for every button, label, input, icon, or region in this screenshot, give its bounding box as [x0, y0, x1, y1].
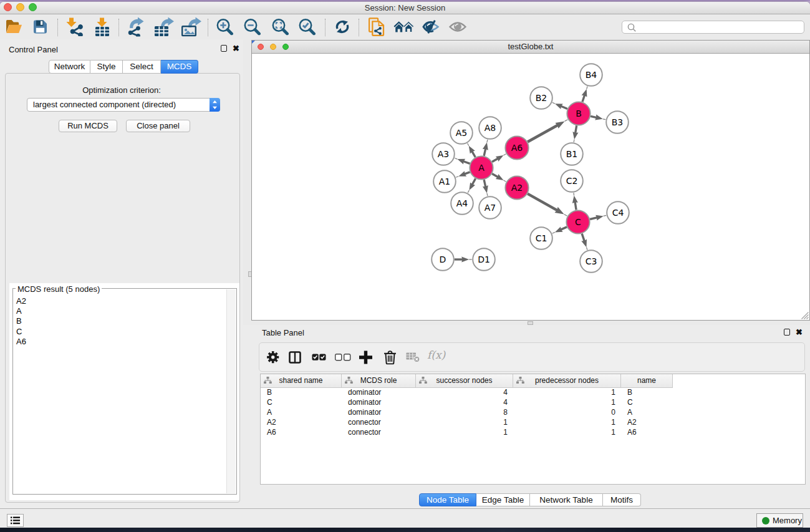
- tab-motifs[interactable]: Motifs: [603, 493, 641, 506]
- graph-edge[interactable]: [492, 158, 498, 162]
- graph-edge[interactable]: [484, 148, 486, 156]
- import-table-icon[interactable]: [94, 17, 111, 36]
- table-cell[interactable]: 4: [416, 397, 513, 407]
- tab-node-table[interactable]: Node Table: [419, 493, 476, 506]
- column-header-successor-nodes[interactable]: successor nodes: [416, 374, 513, 387]
- tab-select[interactable]: Select: [123, 60, 161, 74]
- memory-button[interactable]: Memory: [756, 513, 803, 528]
- run-mcds-button[interactable]: Run MCDS: [59, 120, 117, 132]
- delete-table-icon[interactable]: [406, 352, 420, 362]
- zoom-fit-icon[interactable]: [272, 19, 289, 36]
- open-file-icon[interactable]: [5, 19, 23, 36]
- graph-edge[interactable]: [528, 194, 557, 211]
- float-panel-icon[interactable]: [221, 45, 228, 52]
- hide-eye-icon[interactable]: [422, 20, 440, 34]
- criterion-dropdown[interactable]: largest connected component (directed): [27, 98, 220, 112]
- graph-edge[interactable]: [576, 125, 577, 133]
- table-cell[interactable]: B: [621, 387, 673, 397]
- tab-mcds[interactable]: MCDS: [161, 60, 198, 74]
- horizontal-divider-grip[interactable]: [528, 321, 533, 325]
- deselect-all-icon[interactable]: [335, 354, 351, 361]
- table-cell[interactable]: dominator: [342, 397, 416, 407]
- graph-edge[interactable]: [590, 218, 597, 220]
- graph-edge[interactable]: [561, 227, 567, 230]
- session-network-icon[interactable]: [368, 17, 385, 36]
- table-row[interactable]: A2connector11A2: [261, 417, 805, 427]
- result-item[interactable]: A: [16, 306, 227, 316]
- graph-edge[interactable]: [492, 174, 498, 178]
- import-network-icon[interactable]: [66, 17, 84, 36]
- graph-edge[interactable]: [575, 201, 576, 210]
- zoom-out-icon[interactable]: [244, 19, 261, 36]
- result-item[interactable]: A2: [16, 296, 227, 306]
- table-row[interactable]: Cdominator41C: [261, 397, 805, 407]
- mcds-result-list[interactable]: A2ABCA6: [14, 289, 227, 493]
- close-table-panel-icon[interactable]: ✖: [796, 329, 803, 335]
- select-all-icon[interactable]: [312, 354, 326, 361]
- table-row[interactable]: Adominator80A: [261, 407, 805, 417]
- table-cell[interactable]: 4: [416, 387, 513, 397]
- table-cell[interactable]: dominator: [342, 407, 416, 417]
- column-header-shared-name[interactable]: shared name: [261, 374, 342, 387]
- network-window-titlebar[interactable]: testGlobe.txt: [252, 41, 809, 54]
- network-graph-canvas[interactable]: B4B2BB3A8A5A6A3B1AA1C2A2A4A7C4CC1C3DD1: [252, 54, 810, 320]
- graph-edge[interactable]: [472, 178, 476, 185]
- export-table-icon[interactable]: [154, 17, 174, 37]
- table-cell[interactable]: 1: [513, 427, 621, 437]
- table-cell[interactable]: 0: [513, 407, 621, 417]
- table-cell[interactable]: 1: [416, 427, 513, 437]
- window-titlebar[interactable]: Session: New Session: [0, 2, 810, 14]
- search-input[interactable]: [622, 21, 804, 34]
- table-cell[interactable]: C: [261, 397, 342, 407]
- add-column-icon[interactable]: [359, 350, 373, 364]
- graph-edge[interactable]: [582, 95, 585, 102]
- graph-edge[interactable]: [528, 125, 558, 142]
- graph-edge[interactable]: [472, 151, 476, 157]
- graph-edge[interactable]: [582, 234, 584, 241]
- show-eye-icon[interactable]: [449, 21, 466, 33]
- refresh-icon[interactable]: [335, 21, 349, 34]
- close-panel-button[interactable]: Close panel: [126, 120, 190, 132]
- column-header-MCDS-role[interactable]: MCDS role: [342, 374, 416, 387]
- zoom-in-icon[interactable]: [216, 19, 233, 36]
- result-item[interactable]: C: [16, 327, 227, 337]
- table-cell[interactable]: A6: [621, 427, 673, 437]
- table-cell[interactable]: connector: [342, 427, 416, 437]
- table-cell[interactable]: B: [261, 387, 342, 397]
- save-session-icon[interactable]: [32, 19, 48, 35]
- export-image-icon[interactable]: [181, 17, 201, 37]
- table-cell[interactable]: A: [261, 407, 342, 417]
- float-table-panel-icon[interactable]: [784, 329, 791, 336]
- graph-edge[interactable]: [463, 162, 470, 164]
- table-settings-icon[interactable]: [267, 351, 279, 364]
- tab-edge-table[interactable]: Edge Table: [476, 493, 530, 506]
- column-header-name[interactable]: name: [621, 374, 673, 387]
- table-cell[interactable]: A2: [621, 417, 673, 427]
- column-header-predecessor-nodes[interactable]: predecessor nodes: [513, 374, 621, 387]
- close-panel-icon[interactable]: ✖: [233, 46, 239, 51]
- zoom-selected-icon[interactable]: [299, 19, 316, 36]
- tab-network-table[interactable]: Network Table: [530, 493, 603, 506]
- graph-edge[interactable]: [465, 172, 470, 174]
- table-cell[interactable]: 1: [513, 417, 621, 427]
- graph-edge[interactable]: [561, 106, 567, 109]
- split-table-icon[interactable]: [289, 351, 301, 364]
- table-row[interactable]: A6connector11A6: [261, 427, 805, 437]
- result-scrollbar[interactable]: [226, 289, 236, 493]
- table-cell[interactable]: connector: [342, 417, 416, 427]
- table-cell[interactable]: A6: [261, 427, 342, 437]
- home-icon[interactable]: [393, 21, 414, 33]
- show-panels-list-button[interactable]: [7, 514, 24, 527]
- table-cell[interactable]: A: [621, 407, 673, 417]
- tab-style[interactable]: Style: [90, 60, 123, 74]
- table-cell[interactable]: 1: [513, 387, 621, 397]
- table-cell[interactable]: A2: [261, 417, 342, 427]
- resize-grip-icon[interactable]: [801, 312, 809, 319]
- table-cell[interactable]: 8: [416, 407, 513, 417]
- result-item[interactable]: A6: [16, 337, 227, 347]
- table-row[interactable]: Bdominator41B: [261, 387, 805, 397]
- tab-network[interactable]: Network: [49, 60, 90, 74]
- table-cell[interactable]: dominator: [342, 387, 416, 397]
- function-builder-button[interactable]: f(x): [427, 349, 445, 361]
- export-network-icon[interactable]: [128, 17, 147, 37]
